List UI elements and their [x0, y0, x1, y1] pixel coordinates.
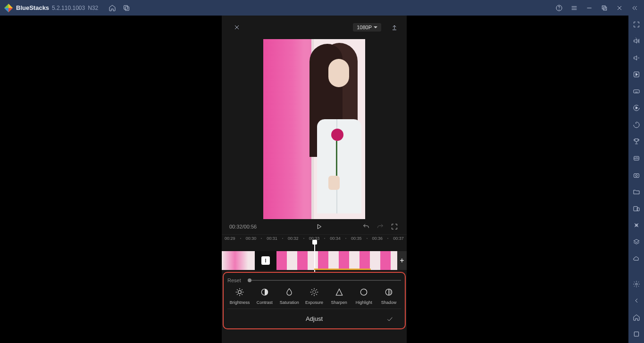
svg-marker-24 — [636, 107, 637, 109]
preview-area — [222, 39, 407, 219]
svg-marker-18 — [636, 74, 637, 76]
svg-point-35 — [636, 283, 637, 285]
recent-apps-icon[interactable] — [121, 2, 132, 14]
overview-icon[interactable] — [631, 330, 642, 339]
playhead[interactable] — [314, 242, 315, 272]
trophy-icon[interactable] — [631, 138, 642, 146]
export-icon[interactable] — [389, 22, 400, 33]
sharpen-icon — [334, 287, 344, 297]
svg-point-7 — [559, 9, 560, 10]
back-icon[interactable] — [631, 297, 642, 305]
adjust-footer: Adjust — [227, 309, 401, 328]
adjust-highlight[interactable]: Highlight — [352, 287, 375, 305]
exposure-icon — [309, 287, 319, 297]
svg-rect-31 — [634, 206, 637, 211]
transition-icon — [261, 256, 270, 265]
help-icon[interactable] — [553, 2, 565, 14]
resolution-button[interactable]: 1080P — [353, 23, 381, 32]
adjust-header: Reset — [227, 278, 401, 283]
titlebar: BlueStacks 5.2.110.1003 N32 — [0, 0, 644, 16]
app-name: BlueStacks — [16, 4, 49, 11]
adjust-exposure[interactable]: Exposure — [303, 287, 326, 305]
minimize-icon[interactable] — [584, 2, 595, 14]
brightness-icon — [234, 287, 245, 297]
app-nver: N32 — [88, 5, 98, 11]
editor-close-icon[interactable] — [231, 22, 243, 33]
settings-icon[interactable] — [631, 280, 642, 288]
clip-2[interactable] — [276, 251, 397, 270]
time-display: 00:32/00:56 — [229, 224, 257, 229]
adjustment-range[interactable] — [314, 269, 371, 270]
chevron-down-icon — [374, 26, 377, 28]
svg-marker-41 — [318, 224, 321, 229]
expand-icon[interactable] — [390, 222, 399, 231]
keyboard-icon[interactable] — [631, 87, 642, 96]
svg-rect-12 — [602, 6, 605, 9]
sync-play-icon[interactable] — [631, 104, 642, 113]
undo-icon[interactable] — [361, 222, 371, 231]
svg-point-30 — [636, 174, 637, 176]
adjust-panel: Reset Brightness Contrast Saturation — [223, 272, 406, 329]
svg-line-61 — [316, 289, 317, 290]
video-editor: 1080P 00:32/00:56 — [222, 16, 407, 343]
resolution-label: 1080P — [357, 24, 372, 30]
close-icon[interactable] — [614, 2, 625, 14]
adjust-saturation[interactable]: Saturation — [278, 287, 301, 305]
rotate-icon[interactable] — [631, 121, 642, 129]
svg-marker-1 — [8, 4, 13, 8]
collapse-right-icon[interactable] — [629, 2, 640, 14]
svg-marker-34 — [634, 239, 639, 243]
maximize-icon[interactable] — [599, 2, 610, 14]
layers-icon[interactable] — [631, 238, 642, 246]
svg-point-53 — [313, 291, 316, 294]
adjust-items: Brightness Contrast Saturation Exposure … — [227, 287, 401, 305]
svg-point-43 — [238, 291, 242, 294]
adjust-contrast[interactable]: Contrast — [253, 287, 276, 305]
svg-line-49 — [242, 294, 243, 295]
app-version: 5.2.110.1003 — [52, 5, 85, 11]
adjust-shadow[interactable]: Shadow — [377, 287, 400, 305]
fullscreen-icon[interactable] — [631, 20, 642, 29]
adjust-title: Adjust — [306, 315, 323, 322]
volume-up-icon[interactable] — [631, 37, 642, 46]
adjust-sharpen[interactable]: Sharpen — [328, 287, 351, 305]
clip-1[interactable] — [222, 251, 255, 270]
cloud-icon[interactable] — [631, 254, 642, 263]
right-sidebar: APK — [628, 16, 644, 343]
devices-icon[interactable] — [631, 204, 642, 213]
home-icon[interactable] — [107, 2, 118, 14]
redo-icon[interactable] — [376, 222, 385, 231]
tools-icon[interactable] — [631, 221, 642, 229]
adjust-brightness[interactable]: Brightness — [228, 287, 251, 305]
playback-controls: 00:32/00:56 — [222, 219, 407, 234]
confirm-button[interactable] — [385, 314, 394, 324]
svg-text:APK: APK — [634, 157, 639, 160]
apk-icon[interactable]: APK — [631, 154, 642, 163]
timeline[interactable]: + — [222, 242, 407, 271]
svg-rect-13 — [603, 7, 607, 10]
menu-icon[interactable] — [569, 2, 580, 14]
video-preview[interactable] — [263, 39, 365, 219]
svg-line-58 — [311, 289, 312, 290]
clip-transition[interactable] — [255, 251, 276, 270]
app-area: 1080P 00:32/00:56 — [0, 16, 628, 343]
volume-down-icon[interactable] — [631, 54, 642, 62]
home-nav-icon[interactable] — [631, 313, 642, 322]
play-button[interactable] — [314, 222, 324, 231]
adjust-slider[interactable] — [248, 280, 401, 281]
svg-line-50 — [237, 294, 238, 295]
contrast-icon — [259, 287, 270, 297]
svg-rect-19 — [634, 90, 639, 93]
screenshot-icon[interactable] — [631, 171, 642, 180]
svg-rect-5 — [125, 7, 129, 10]
play-outline-icon[interactable] — [631, 71, 642, 79]
reset-button[interactable]: Reset — [227, 278, 241, 283]
bluestacks-logo-icon — [4, 3, 13, 13]
editor-topbar: 1080P — [222, 16, 407, 39]
svg-line-59 — [316, 294, 317, 295]
add-clip-button[interactable]: + — [397, 251, 407, 270]
folder-icon[interactable] — [631, 188, 642, 196]
svg-rect-29 — [634, 173, 639, 177]
shadow-icon — [384, 287, 394, 297]
svg-rect-4 — [124, 5, 128, 9]
